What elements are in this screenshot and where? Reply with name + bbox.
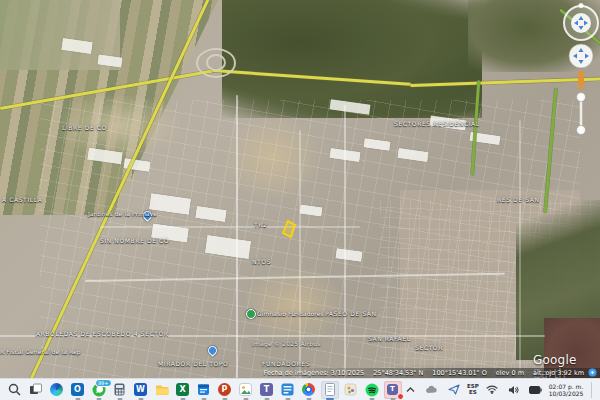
map-label: Gimnasio Fundadores bbox=[257, 310, 324, 317]
windows-taskbar: O 99+ W X P T bbox=[0, 378, 600, 400]
highway-interchange bbox=[206, 54, 226, 71]
desktop: LIBRE DE CO A CASTILLA Jardines de la Pr… bbox=[0, 0, 600, 400]
map-label: SAN RAFAEL bbox=[368, 335, 411, 342]
taskbar-clock[interactable]: 02:07 p. m. 10/03/2025 bbox=[549, 383, 584, 397]
map-label: FUNDADORES bbox=[262, 360, 310, 367]
tray-chevron-up-icon[interactable] bbox=[405, 381, 417, 399]
map-label: SIN NOMBRE DE CO bbox=[100, 237, 169, 244]
map-label: RES DE SAN bbox=[497, 196, 540, 203]
onedrive-cloud-icon[interactable] bbox=[425, 381, 439, 399]
word-icon[interactable]: W bbox=[132, 381, 150, 399]
search-icon[interactable] bbox=[6, 381, 24, 399]
language-indicator[interactable]: ESP ES bbox=[467, 384, 479, 395]
earth-viewport[interactable]: LIBRE DE CO A CASTILLA Jardines de la Pr… bbox=[0, 0, 600, 378]
teams-icon[interactable]: T bbox=[258, 381, 276, 399]
teams-alert-icon[interactable]: T bbox=[384, 381, 402, 399]
earth-status-bar: Fecha de imágenes: 3/10/2025 25°48'34.53… bbox=[0, 368, 600, 378]
street bbox=[519, 120, 521, 378]
notification-dot bbox=[397, 393, 404, 400]
file-explorer-icon[interactable] bbox=[153, 381, 171, 399]
chrome-icon[interactable] bbox=[300, 381, 318, 399]
excel-icon[interactable]: X bbox=[174, 381, 192, 399]
planner-icon[interactable] bbox=[279, 381, 297, 399]
outlook-icon[interactable]: O bbox=[69, 381, 87, 399]
move-joystick[interactable] bbox=[569, 44, 593, 68]
notepad-icon[interactable] bbox=[321, 381, 339, 399]
system-tray: ESP ES 02:07 p. m. 10/03/2025 bbox=[403, 381, 598, 399]
map-label: ARBOLEDAS DE ESCOBEDO 4 SECTOR bbox=[36, 330, 169, 337]
longitude-readout: 100°15'43.01" O bbox=[432, 369, 487, 377]
task-view-icon[interactable] bbox=[27, 381, 45, 399]
whatsapp-icon[interactable]: 99+ bbox=[90, 381, 108, 399]
elevation-readout: elev 0 m bbox=[496, 369, 524, 377]
streaming-indicator-icon bbox=[588, 368, 597, 377]
map-label: R Fiscal General de la Rep bbox=[0, 348, 81, 355]
spotify-icon[interactable] bbox=[363, 381, 381, 399]
earth-navigation-controls[interactable] bbox=[556, 2, 600, 140]
map-label: A CASTILLA bbox=[2, 196, 42, 203]
photos-icon[interactable] bbox=[237, 381, 255, 399]
calculator-icon[interactable] bbox=[111, 381, 129, 399]
volume-icon[interactable] bbox=[507, 381, 520, 399]
clock-time: 02:07 p. m. bbox=[549, 383, 584, 390]
street bbox=[344, 105, 346, 378]
map-label: Jardines de la Primave bbox=[88, 210, 157, 217]
map-label: TR2 bbox=[254, 221, 267, 228]
latitude-readout: 25°48'34.53" N bbox=[373, 369, 423, 377]
battery-icon[interactable] bbox=[528, 381, 542, 399]
placemark-green-icon[interactable] bbox=[246, 309, 256, 319]
clock-date: 10/03/2025 bbox=[549, 390, 584, 397]
misc-app-icon[interactable] bbox=[342, 381, 360, 399]
powerpoint-icon[interactable]: P bbox=[216, 381, 234, 399]
map-label: LIBRE DE CO bbox=[62, 124, 107, 131]
imagery-attribution: Image © 2025 Airbus bbox=[252, 340, 321, 347]
edge-icon[interactable] bbox=[48, 381, 66, 399]
whatsapp-badge: 99+ bbox=[95, 379, 112, 387]
eye-altitude-readout: alt. ojo 3.92 km bbox=[533, 369, 584, 377]
calendar-icon[interactable] bbox=[195, 381, 213, 399]
show-desktop-button[interactable] bbox=[591, 382, 594, 398]
map-label: SECTORES RESIDENCIAL bbox=[394, 120, 480, 127]
zoom-slider[interactable] bbox=[577, 93, 586, 135]
map-label: SECTOR bbox=[415, 344, 443, 351]
pegman-icon[interactable] bbox=[578, 71, 584, 90]
map-label: MIRADOR DEL TOPO bbox=[158, 360, 228, 367]
look-joystick[interactable] bbox=[564, 3, 598, 40]
map-label: PASEO DE SAN bbox=[325, 310, 377, 317]
street bbox=[100, 226, 360, 228]
paper-plane-icon[interactable] bbox=[447, 381, 461, 399]
selected-parcel-outline[interactable] bbox=[279, 218, 299, 240]
imagery-date: Fecha de imágenes: 3/10/2025 bbox=[264, 369, 365, 377]
map-label: NTOS bbox=[252, 258, 271, 265]
wifi-icon[interactable] bbox=[485, 381, 499, 399]
